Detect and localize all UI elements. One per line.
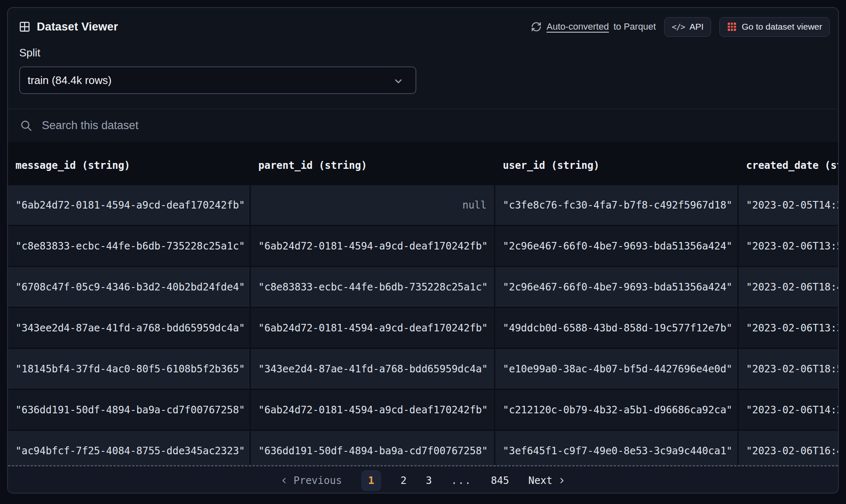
search-icon (20, 119, 33, 132)
red-grid-icon (727, 22, 737, 32)
page: Dataset Viewer Auto-converted to Parquet (0, 0, 846, 504)
data-table: message_id (string) parent_id (string) u… (8, 142, 838, 466)
column-header-message-id: message_id (string) (8, 142, 250, 184)
search-input[interactable] (42, 119, 418, 132)
header-actions: Auto-converted to Parquet </> API Go to … (531, 17, 830, 37)
page-button-845[interactable]: 845 (491, 475, 509, 486)
split-label: Split (19, 46, 41, 59)
column-header-created-date: created_date (string) (739, 142, 838, 184)
page-ellipsis: ... (451, 475, 471, 486)
split-select[interactable]: train (84.4k rows) (19, 66, 416, 94)
table-cell: "6ab24d72-0181-4594-a9cd-deaf170242fb" (251, 308, 494, 348)
chevron-right-icon (558, 477, 566, 484)
refresh-icon (531, 21, 542, 32)
page-button-2[interactable]: 2 (400, 475, 406, 486)
table-cell: "c3fe8c76-fc30-4fa7-b7f8-c492f5967d18" (495, 185, 737, 225)
table-cell: "2023-02-06T13:5 (739, 226, 838, 266)
table-cell: "6ab24d72-0181-4594-a9cd-deaf170242fb" (251, 390, 494, 430)
title-group: Dataset Viewer (19, 20, 118, 33)
goto-button-label: Go to dataset viewer (742, 22, 822, 32)
chevron-down-icon (393, 76, 404, 87)
api-button-label: API (690, 22, 704, 32)
auto-converted-suffix: to Parquet (614, 21, 656, 32)
table-cell: "2c96e467-66f0-4be7-9693-bda51356a424" (495, 226, 737, 266)
chevron-left-icon (280, 477, 288, 484)
next-button[interactable]: Next (528, 475, 566, 486)
page-button-1[interactable]: 1 (361, 470, 381, 491)
table-cell: "c8e83833-ecbc-44fe-b6db-735228c25a1c" (251, 267, 494, 307)
table-cell: "3ef645f1-c9f7-49e0-8e53-3c9a9c440ca1" (495, 431, 737, 466)
table-cell-null: null (251, 185, 494, 225)
previous-button[interactable]: Previous (280, 475, 342, 486)
table-icon (19, 21, 31, 33)
table-cell: "2023-02-06T18:4 (739, 267, 838, 307)
table-cell: "343ee2d4-87ae-41fd-a768-bdd65959dc4a" (8, 308, 250, 348)
panel-header: Dataset Viewer Auto-converted to Parquet (19, 16, 830, 37)
auto-converted-link[interactable]: Auto-converted (546, 21, 609, 32)
column-header-user-id: user_id (string) (495, 142, 737, 184)
table-grid: message_id (string) parent_id (string) u… (8, 142, 838, 466)
table-cell: "2023-02-06T13:3 (739, 308, 838, 348)
panel-title: Dataset Viewer (37, 20, 118, 33)
table-cell: "2c96e467-66f0-4be7-9693-bda51356a424" (495, 267, 737, 307)
table-cell: "ac94bfcf-7f25-4084-8755-dde345ac2323" (8, 431, 250, 466)
table-cell: "18145bf4-37fd-4ac0-80f5-6108b5f2b365" (8, 349, 250, 389)
table-cell: "6ab24d72-0181-4594-a9cd-deaf170242fb" (251, 226, 494, 266)
column-header-parent-id: parent_id (string) (251, 142, 494, 184)
table-cell: "49ddcb0d-6588-43bd-858d-19c577f12e7b" (495, 308, 737, 348)
table-cell: "c212120c-0b79-4b32-a5b1-d96686ca92ca" (495, 390, 737, 430)
table-cell: "e10e99a0-38ac-4b07-bf5d-4427696e4e0d" (495, 349, 737, 389)
table-cell: "343ee2d4-87ae-41fd-a768-bdd65959dc4a" (251, 349, 494, 389)
search-bar (8, 109, 838, 142)
auto-converted-note: Auto-converted to Parquet (531, 21, 656, 32)
code-icon: </> (672, 22, 685, 31)
api-button[interactable]: </> API (664, 17, 711, 37)
table-cell: "636dd191-50df-4894-ba9a-cd7f00767258" (251, 431, 494, 466)
table-cell: "2023-02-06T16:4 (739, 431, 838, 466)
goto-dataset-viewer-button[interactable]: Go to dataset viewer (719, 17, 830, 37)
table-cell: "636dd191-50df-4894-ba9a-cd7f00767258" (8, 390, 250, 430)
table-cell: "2023-02-05T14:2 (739, 185, 838, 225)
split-select-value: train (84.4k rows) (20, 74, 112, 87)
previous-label: Previous (293, 475, 342, 486)
table-cell: "6708c47f-05c9-4346-b3d2-40b2bd24fde4" (8, 267, 250, 307)
table-cell: "2023-02-06T18:5 (739, 349, 838, 389)
dataset-viewer-panel: Dataset Viewer Auto-converted to Parquet (7, 7, 839, 494)
pagination: Previous 1 2 3 ... 845 Next (8, 466, 838, 494)
next-label: Next (528, 475, 553, 486)
table-cell: "6ab24d72-0181-4594-a9cd-deaf170242fb" (8, 185, 250, 225)
page-button-3[interactable]: 3 (426, 475, 432, 486)
table-cell: "2023-02-06T14:2 (739, 390, 838, 430)
table-cell: "c8e83833-ecbc-44fe-b6db-735228c25a1c" (8, 226, 250, 266)
